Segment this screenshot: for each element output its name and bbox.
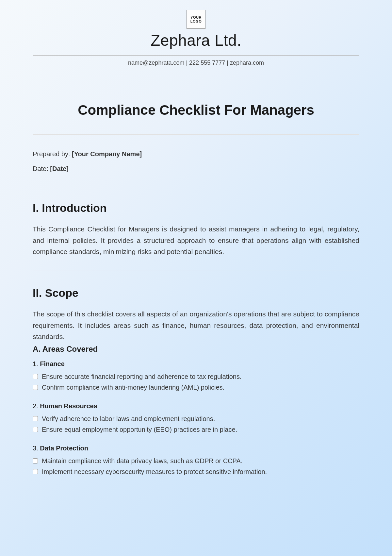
- area-label: Data Protection: [40, 445, 88, 452]
- checklist-item: Implement necessary cybersecurity measur…: [33, 468, 359, 476]
- intro-rule: [33, 271, 359, 271]
- logo-placeholder: YOUR LOGO: [187, 10, 205, 29]
- checklist-text: Ensure equal employment opportunity (EEO…: [42, 426, 237, 433]
- area-num: 1.: [33, 360, 38, 367]
- checkbox-icon[interactable]: [33, 374, 38, 379]
- area-data-heading: 3. Data Protection: [33, 445, 359, 452]
- date-label: Date:: [33, 165, 50, 172]
- logo-text: YOUR LOGO: [187, 15, 205, 23]
- section-scope-body: The scope of this checklist covers all a…: [33, 309, 359, 343]
- area-num: 3.: [33, 445, 38, 452]
- contact-line: name@zephrata.com | 222 555 7777 | zepha…: [33, 59, 359, 66]
- checklist-text: Ensure accurate financial reporting and …: [42, 373, 242, 380]
- checklist-text: Verify adherence to labor laws and emplo…: [42, 415, 215, 423]
- area-label: Human Resources: [40, 402, 97, 410]
- scope-sub-heading: A. Areas Covered: [33, 345, 359, 354]
- checkbox-icon[interactable]: [33, 427, 38, 432]
- date-line: Date: [Date]: [33, 165, 359, 173]
- checklist-item: Ensure accurate financial reporting and …: [33, 373, 359, 380]
- checklist-text: Maintain compliance with data privacy la…: [42, 457, 242, 465]
- title-rule: [33, 134, 359, 135]
- area-num: 2.: [33, 402, 38, 410]
- meta-rule: [33, 186, 359, 186]
- company-name: Zephara Ltd.: [33, 31, 359, 49]
- area-hr-heading: 2. Human Resources: [33, 402, 359, 410]
- header-rule: [33, 55, 359, 56]
- area-label: Finance: [40, 360, 65, 367]
- checklist-item: Confirm compliance with anti-money laund…: [33, 384, 359, 391]
- document-page: YOUR LOGO Zephara Ltd. name@zephrata.com…: [0, 0, 392, 556]
- date-value: [Date]: [50, 165, 69, 172]
- prepared-by-label: Prepared by:: [33, 150, 72, 158]
- section-intro-body: This Compliance Checklist for Managers i…: [33, 224, 359, 258]
- document-title: Compliance Checklist For Managers: [33, 102, 359, 118]
- checkbox-icon[interactable]: [33, 458, 38, 463]
- section-intro-heading: I. Introduction: [33, 202, 359, 214]
- checklist-item: Maintain compliance with data privacy la…: [33, 457, 359, 465]
- checkbox-icon[interactable]: [33, 469, 38, 474]
- section-scope-heading: II. Scope: [33, 287, 359, 299]
- prepared-by-value: [Your Company Name]: [72, 150, 142, 158]
- prepared-by-line: Prepared by: [Your Company Name]: [33, 150, 359, 158]
- checklist-text: Confirm compliance with anti-money laund…: [42, 384, 224, 391]
- checkbox-icon[interactable]: [33, 385, 38, 390]
- area-finance-heading: 1. Finance: [33, 360, 359, 368]
- checklist-text: Implement necessary cybersecurity measur…: [42, 468, 267, 476]
- checkbox-icon[interactable]: [33, 416, 38, 421]
- checklist-item: Verify adherence to labor laws and emplo…: [33, 415, 359, 423]
- checklist-item: Ensure equal employment opportunity (EEO…: [33, 426, 359, 433]
